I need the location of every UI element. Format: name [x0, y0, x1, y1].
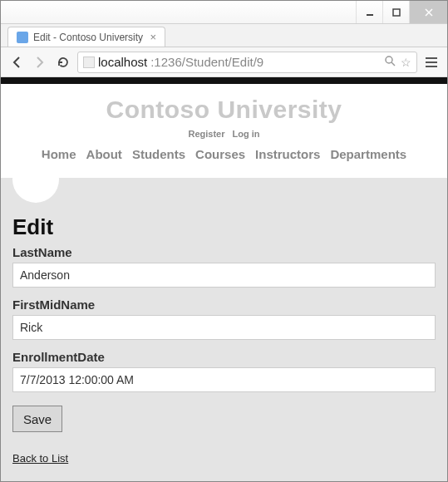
address-bar[interactable]: localhost:1236/Student/Edit/9 ☆	[77, 52, 417, 73]
url-path: :1236/Student/Edit/9	[150, 55, 263, 69]
enrollmentdate-input[interactable]	[12, 367, 436, 392]
top-black-band	[1, 77, 447, 84]
nav-instructors[interactable]: Instructors	[255, 147, 320, 161]
browser-tab[interactable]: Edit - Contoso University ×	[7, 27, 165, 47]
forward-button[interactable]	[31, 53, 49, 71]
lastname-input[interactable]	[12, 263, 436, 288]
page-icon	[83, 57, 95, 68]
back-button[interactable]	[7, 53, 26, 71]
page-viewport: Contoso University Register Log in Home …	[1, 77, 447, 482]
svg-line-5	[391, 62, 395, 66]
account-links: Register Log in	[1, 129, 447, 139]
nav-about[interactable]: About	[86, 147, 122, 161]
search-icon[interactable]	[384, 55, 396, 69]
browser-tab-strip: Edit - Contoso University ×	[1, 24, 447, 47]
enrollmentdate-label: EnrollmentDate	[12, 350, 436, 364]
content-area: Edit LastName FirstMidName EnrollmentDat…	[1, 178, 447, 482]
site-header: Contoso University Register Log in Home …	[1, 84, 447, 178]
svg-point-4	[386, 57, 392, 63]
decorative-circle	[12, 156, 59, 203]
url-host: localhost	[98, 55, 147, 69]
browser-toolbar: localhost:1236/Student/Edit/9 ☆	[1, 47, 447, 77]
nav-departments[interactable]: Departments	[330, 147, 406, 161]
bookmark-star-icon[interactable]: ☆	[401, 56, 411, 69]
window-minimize-button[interactable]	[356, 1, 382, 23]
window-maximize-button[interactable]	[382, 1, 409, 23]
login-link[interactable]: Log in	[233, 129, 260, 139]
svg-rect-1	[393, 9, 400, 16]
main-nav: Home About Students Courses Instructors …	[1, 139, 447, 173]
favicon-icon	[17, 32, 28, 43]
page-title: Edit	[12, 214, 436, 240]
window-titlebar	[1, 1, 447, 24]
firstmidname-input[interactable]	[12, 315, 436, 340]
nav-students[interactable]: Students	[132, 147, 185, 161]
save-button[interactable]: Save	[12, 406, 62, 432]
register-link[interactable]: Register	[188, 129, 224, 139]
window-close-button[interactable]	[409, 1, 447, 23]
nav-courses[interactable]: Courses	[195, 147, 245, 161]
tab-title: Edit - Contoso University	[33, 32, 143, 43]
browser-menu-button[interactable]	[422, 53, 441, 71]
firstmidname-label: FirstMidName	[12, 298, 436, 312]
back-to-list-link[interactable]: Back to List	[12, 452, 68, 465]
lastname-label: LastName	[12, 245, 436, 259]
reload-button[interactable]	[54, 53, 72, 71]
tab-close-icon[interactable]: ×	[150, 31, 156, 43]
site-title: Contoso University	[1, 96, 447, 124]
